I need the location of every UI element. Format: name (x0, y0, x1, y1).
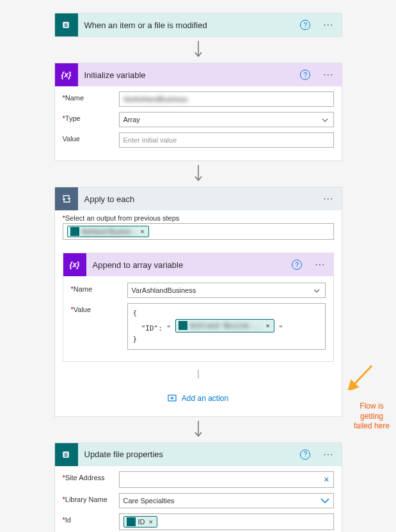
more-menu[interactable]: ··· (321, 193, 336, 205)
sharepoint-icon (70, 227, 79, 236)
close-icon[interactable]: × (139, 228, 145, 235)
sharepoint-icon: S (55, 13, 78, 36)
annotation-text: Flow is getting failed here (350, 402, 393, 432)
flow-arrow (55, 370, 342, 381)
type-select[interactable]: Array (119, 112, 334, 127)
help-icon[interactable]: ? (300, 450, 310, 460)
site-address-input[interactable]: × (119, 471, 334, 488)
dynamic-token[interactable]: Ashland Busine... × (67, 226, 149, 237)
name-input[interactable]: VarAshlandBusiness (119, 91, 334, 107)
flow-arrow (0, 165, 396, 183)
sharepoint-icon (127, 517, 136, 526)
update-file-title: Update file properties (84, 450, 294, 459)
update-file-step[interactable]: S Update file properties ? ··· *Site Add… (54, 442, 342, 532)
append-value-label: Value (74, 306, 91, 313)
value-label: Value (63, 135, 80, 143)
help-icon[interactable]: ? (300, 20, 310, 30)
help-icon[interactable]: ? (292, 260, 302, 270)
close-icon[interactable]: × (148, 518, 154, 526)
more-menu[interactable]: ··· (321, 19, 336, 31)
flow-arrow (0, 421, 396, 439)
site-address-label: Site Address (65, 474, 105, 481)
more-menu[interactable]: ··· (312, 259, 328, 270)
append-name-select[interactable]: VarAshlandBusiness (127, 283, 326, 298)
select-output-field[interactable]: Ashland Busine... × (63, 223, 334, 240)
trigger-title: When an item or a file is modified (84, 20, 294, 30)
id-field[interactable]: ID × (119, 513, 334, 530)
flow-arrow (0, 41, 396, 59)
apply-each-title: Apply to each (84, 194, 315, 204)
more-menu[interactable]: ··· (321, 449, 336, 460)
library-select[interactable]: Care Specialties (119, 493, 334, 508)
more-menu[interactable]: ··· (321, 69, 336, 81)
name-label: Name (65, 94, 84, 102)
chevron-down-icon (322, 116, 328, 123)
dynamic-token[interactable]: ID × (123, 516, 157, 528)
help-icon[interactable]: ? (300, 70, 310, 80)
svg-text:S: S (64, 452, 68, 458)
apply-to-each-step[interactable]: Apply to each ··· *Select an output from… (54, 187, 342, 417)
sharepoint-icon: S (55, 443, 78, 466)
add-action-icon (168, 394, 178, 403)
close-icon[interactable]: × (264, 320, 271, 332)
init-variable-step[interactable]: {x} Initialize variable ? ··· *Name VarA… (54, 63, 342, 161)
trigger-step[interactable]: S When an item or a file is modified ? ·… (54, 13, 342, 37)
append-value-input[interactable]: { "ID": " Ashland Busine... × " } (127, 303, 326, 350)
init-var-title: Initialize variable (84, 70, 294, 80)
select-output-label: Select an output from previous steps (65, 214, 180, 222)
add-action-button[interactable]: Add an action (168, 394, 228, 403)
chevron-down-icon (321, 497, 329, 505)
library-label: Library Name (65, 496, 107, 503)
dynamic-token[interactable]: Ashland Busine... × (175, 319, 274, 333)
type-label: Type (65, 114, 81, 122)
clear-icon[interactable]: × (324, 474, 329, 485)
variable-icon: {x} (63, 253, 86, 276)
svg-text:S: S (64, 22, 68, 28)
append-name-label: Name (74, 285, 92, 293)
loop-icon (55, 187, 78, 210)
variable-icon: {x} (55, 63, 78, 86)
append-array-step[interactable]: {x} Append to array variable ? ··· *Name… (63, 253, 334, 362)
id-label: Id (65, 516, 71, 524)
append-title: Append to array variable (93, 260, 286, 270)
value-input[interactable]: Enter initial value (119, 132, 334, 148)
chevron-down-icon (313, 286, 320, 294)
sharepoint-icon (178, 321, 187, 330)
